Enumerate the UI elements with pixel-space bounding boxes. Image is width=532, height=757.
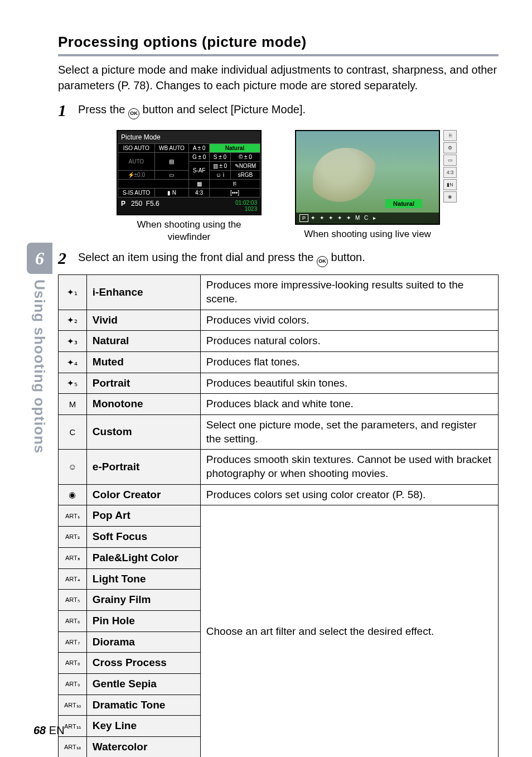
lcd-c0: © ± 0 — [230, 153, 260, 162]
lcd-wb: WB AUTO — [154, 144, 189, 153]
live-side-icon: ▮N — [443, 179, 457, 190]
mode-icon: ✦₃ — [59, 331, 87, 352]
step2-pre: Select an item using the front dial and … — [78, 251, 317, 263]
mode-name: Pin Hole — [86, 610, 200, 631]
ok-icon: OK — [317, 256, 328, 267]
table-row: ART₁Pop ArtChoose an art filter and sele… — [59, 505, 499, 527]
mode-icon: ART₈ — [59, 653, 87, 674]
table-row: ✦₄MutedProduces flat tones. — [59, 351, 499, 373]
live-side-icon: ▭ — [443, 155, 457, 166]
mode-name: Key Line — [86, 716, 200, 737]
live-bottom-strip: P ✦ ✦ ✦ ✦ ✦ M C ▸ — [296, 213, 439, 224]
ok-icon: OK — [128, 108, 139, 119]
mode-icon: ✦₄ — [59, 351, 87, 373]
mode-name: Custom — [86, 415, 200, 450]
mode-icon: ✦₅ — [59, 373, 87, 394]
mode-icon: ART₃ — [59, 547, 87, 568]
lcd-srgb: sRGB — [230, 171, 260, 180]
lcd-mf0: ▥ ± 0 — [209, 162, 230, 171]
mode-icon: ART₁₀ — [59, 695, 87, 716]
page-lang: EN — [49, 724, 65, 736]
lcd-ln: ▮ N — [154, 189, 189, 197]
mode-desc: Produces natural colors. — [200, 331, 498, 352]
mode-name: Cross Process — [86, 653, 200, 674]
mode-name: Diorama — [86, 631, 200, 653]
table-row: ✦₅PortraitProduces beautiful skin tones. — [59, 373, 499, 394]
lcd-autoflash: AUTO — [118, 153, 155, 171]
live-side-icon: ⎘ — [443, 130, 457, 141]
mode-desc: Produces smooth skin textures. Cannot be… — [200, 450, 498, 484]
lcd-title: Picture Mode — [118, 131, 260, 143]
mode-desc: Produces flat tones. — [200, 351, 498, 373]
section-label: Using shooting options — [27, 279, 52, 469]
lcd-rect: ▭ — [154, 171, 189, 180]
photo-placeholder — [313, 148, 380, 209]
mode-name: Light Tone — [86, 568, 200, 590]
mode-icon: ART₄ — [59, 568, 87, 590]
lcd-saf: S-AF — [189, 162, 210, 180]
step-number: 1 — [58, 101, 78, 120]
live-pm-icon: ✦ — [337, 215, 344, 221]
mode-icon: ART₉ — [59, 673, 87, 695]
lcd-status-bar: P 250 F5.6 01:02:031023 — [118, 197, 260, 214]
live-selected-label: Natural — [385, 199, 422, 208]
mode-name: Natural — [86, 331, 200, 352]
liveview-column: Natural P ✦ ✦ ✦ ✦ ✦ M C ▸ ⎘ ⚙ — [295, 130, 440, 243]
lcd-dots: [•••] — [209, 189, 260, 197]
live-arrow-icon: ▸ — [373, 215, 380, 221]
mode-desc: Produces vivid colors. — [200, 310, 498, 331]
mode-icon: ART₇ — [59, 631, 87, 653]
live-pm-icon: M — [355, 215, 362, 221]
viewfinder-caption: When shooting using the viewfinder — [122, 219, 256, 243]
lcd-rectime: 01:02:03 — [235, 200, 257, 206]
live-pm-icon: ✦ — [328, 215, 335, 221]
live-pm-icon: ✦ — [346, 215, 353, 221]
table-row: ◉Color CreatorProduces colors set using … — [59, 484, 499, 505]
mode-icon: ART₅ — [59, 590, 87, 611]
mode-name: Gentle Sepia — [86, 673, 200, 695]
mode-name: Portrait — [86, 373, 200, 394]
lcd-norm: ✎NORM — [230, 162, 260, 171]
mode-desc: Produces colors set using color creator … — [200, 484, 498, 505]
step-1: 1 Press the OK button and select [Pictur… — [58, 101, 499, 120]
table-row: ✦₂VividProduces vivid colors. — [59, 310, 499, 331]
side-rail: 6 Using shooting options — [27, 243, 52, 466]
lcd-selected-natural: Natural — [209, 144, 260, 153]
live-right-icons: ⎘ ⚙ ▭ 4:3 ▮N ❀ — [443, 130, 457, 202]
viewfinder-column: Picture Mode ISO AUTO WB AUTO A ± 0 Natu… — [117, 130, 262, 243]
mode-icon: ◉ — [59, 484, 87, 505]
step-2: 2 Select an item using the front dial an… — [58, 249, 499, 268]
table-row: MMonotoneProduces black and white tone. — [59, 394, 499, 415]
step1-post: button and select [Picture Mode]. — [139, 103, 306, 115]
liveview-caption: When shooting using live view — [304, 228, 431, 240]
lcd-g0: G ± 0 — [189, 153, 210, 162]
mode-desc: Produces more impressive-looking results… — [200, 275, 498, 310]
mode-name: e-Portrait — [86, 450, 200, 484]
lcd-s0: S ± 0 — [209, 153, 230, 162]
lcd-grid: ISO AUTO WB AUTO A ± 0 Natural AUTO ▤ G … — [118, 143, 260, 197]
lcd-face: ☺ i — [209, 171, 230, 180]
chapter-tab: 6 — [27, 243, 52, 274]
mode-name: Pale&Light Color — [86, 547, 200, 568]
live-pm-icon: ✦ — [311, 215, 317, 221]
mode-icon: ART₂ — [59, 527, 87, 548]
table-row: CCustomSelect one picture mode, set the … — [59, 415, 499, 450]
art-desc: Choose an art filter and select the desi… — [200, 505, 498, 757]
step2-post: button. — [328, 251, 365, 263]
live-side-icon: ⚙ — [443, 142, 457, 153]
super-control-panel: Picture Mode ISO AUTO WB AUTO A ± 0 Natu… — [117, 130, 262, 215]
mode-icon: ✦₂ — [59, 310, 87, 331]
lcd-shutter: 250 — [131, 200, 142, 208]
live-mode-p: P — [299, 214, 308, 222]
picture-mode-table: ✦₁i-EnhanceProduces more impressive-look… — [58, 274, 499, 757]
mode-desc: Produces black and white tone. — [200, 394, 498, 415]
step-text: Press the OK button and select [Picture … — [78, 101, 306, 119]
mode-name: Vivid — [86, 310, 200, 331]
mode-name: i-Enhance — [86, 275, 200, 310]
mode-name: Muted — [86, 351, 200, 373]
mode-name: Pop Art — [86, 505, 200, 527]
mode-name: Dramatic Tone — [86, 695, 200, 716]
lcd-aspect: 4:3 — [189, 189, 210, 197]
lcd-grid-ic: ▦ — [189, 180, 210, 189]
lcd-doc: ⎘ — [209, 180, 260, 189]
